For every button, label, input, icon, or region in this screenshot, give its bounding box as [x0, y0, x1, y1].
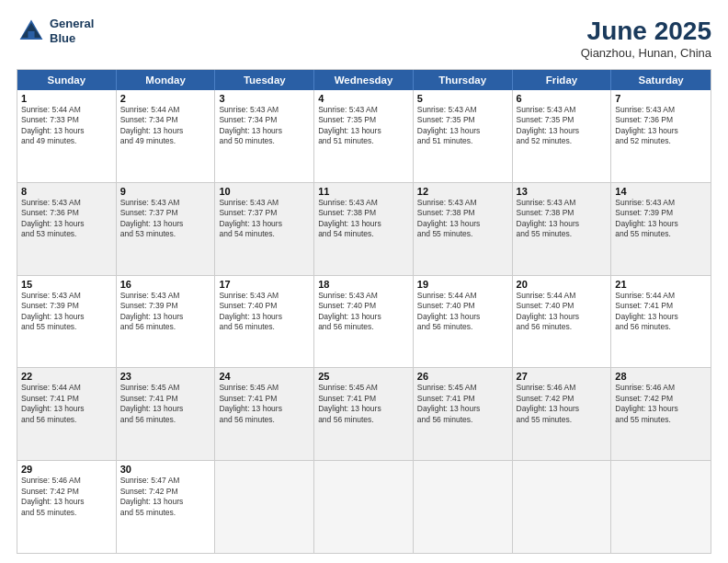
calendar-week-1: 8Sunrise: 5:43 AM Sunset: 7:36 PM Daylig… — [17, 182, 711, 275]
calendar-day-20: 20Sunrise: 5:44 AM Sunset: 7:40 PM Dayli… — [513, 276, 612, 368]
calendar-day-10: 10Sunrise: 5:43 AM Sunset: 7:37 PM Dayli… — [215, 183, 314, 275]
day-number: 5 — [417, 93, 508, 104]
day-number: 23 — [120, 371, 211, 382]
calendar-day-30: 30Sunrise: 5:47 AM Sunset: 7:42 PM Dayli… — [117, 461, 216, 553]
day-info: Sunrise: 5:43 AM Sunset: 7:36 PM Dayligh… — [21, 198, 112, 240]
logo-icon — [17, 17, 46, 46]
calendar-day-29: 29Sunrise: 5:46 AM Sunset: 7:42 PM Dayli… — [17, 461, 117, 553]
day-info: Sunrise: 5:43 AM Sunset: 7:39 PM Dayligh… — [615, 198, 707, 240]
header-day-friday: Friday — [513, 70, 612, 90]
calendar-day-17: 17Sunrise: 5:43 AM Sunset: 7:40 PM Dayli… — [215, 276, 314, 368]
calendar-empty — [611, 461, 711, 553]
day-info: Sunrise: 5:45 AM Sunset: 7:41 PM Dayligh… — [219, 383, 310, 425]
calendar-week-2: 15Sunrise: 5:43 AM Sunset: 7:39 PM Dayli… — [17, 275, 711, 368]
calendar-week-0: 1Sunrise: 5:44 AM Sunset: 7:33 PM Daylig… — [17, 90, 711, 182]
month-title: June 2025 — [581, 17, 711, 46]
day-info: Sunrise: 5:46 AM Sunset: 7:42 PM Dayligh… — [21, 476, 112, 518]
calendar-day-19: 19Sunrise: 5:44 AM Sunset: 7:40 PM Dayli… — [414, 276, 513, 368]
calendar-day-22: 22Sunrise: 5:44 AM Sunset: 7:41 PM Dayli… — [17, 368, 117, 460]
day-info: Sunrise: 5:43 AM Sunset: 7:37 PM Dayligh… — [219, 198, 310, 240]
logo-text: General Blue — [50, 17, 94, 45]
day-info: Sunrise: 5:43 AM Sunset: 7:35 PM Dayligh… — [517, 105, 608, 147]
calendar-day-7: 7Sunrise: 5:43 AM Sunset: 7:36 PM Daylig… — [611, 90, 711, 182]
day-number: 14 — [615, 186, 707, 197]
day-info: Sunrise: 5:44 AM Sunset: 7:40 PM Dayligh… — [417, 291, 508, 333]
calendar-day-13: 13Sunrise: 5:43 AM Sunset: 7:38 PM Dayli… — [513, 183, 612, 275]
calendar-day-16: 16Sunrise: 5:43 AM Sunset: 7:39 PM Dayli… — [117, 276, 216, 368]
day-info: Sunrise: 5:47 AM Sunset: 7:42 PM Dayligh… — [120, 476, 211, 518]
calendar-empty — [314, 461, 414, 553]
day-info: Sunrise: 5:43 AM Sunset: 7:35 PM Dayligh… — [318, 105, 409, 147]
calendar-day-26: 26Sunrise: 5:45 AM Sunset: 7:41 PM Dayli… — [414, 368, 513, 460]
day-number: 6 — [517, 93, 608, 104]
header-day-thursday: Thursday — [414, 70, 513, 90]
calendar-day-11: 11Sunrise: 5:43 AM Sunset: 7:38 PM Dayli… — [314, 183, 414, 275]
day-number: 13 — [517, 186, 608, 197]
calendar-empty — [215, 461, 314, 553]
calendar-day-14: 14Sunrise: 5:43 AM Sunset: 7:39 PM Dayli… — [611, 183, 711, 275]
calendar-day-21: 21Sunrise: 5:44 AM Sunset: 7:41 PM Dayli… — [611, 276, 711, 368]
logo-line2: Blue — [50, 31, 75, 45]
day-info: Sunrise: 5:44 AM Sunset: 7:34 PM Dayligh… — [120, 105, 211, 147]
calendar-week-4: 29Sunrise: 5:46 AM Sunset: 7:42 PM Dayli… — [17, 460, 711, 553]
day-number: 4 — [318, 93, 409, 104]
day-number: 16 — [120, 279, 211, 290]
day-info: Sunrise: 5:44 AM Sunset: 7:41 PM Dayligh… — [21, 383, 112, 425]
calendar-day-24: 24Sunrise: 5:45 AM Sunset: 7:41 PM Dayli… — [215, 368, 314, 460]
day-info: Sunrise: 5:43 AM Sunset: 7:39 PM Dayligh… — [120, 291, 211, 333]
day-number: 22 — [21, 371, 112, 382]
day-number: 7 — [615, 93, 707, 104]
calendar: SundayMondayTuesdayWednesdayThursdayFrid… — [17, 69, 711, 554]
day-info: Sunrise: 5:44 AM Sunset: 7:41 PM Dayligh… — [615, 291, 707, 333]
day-number: 19 — [417, 279, 508, 290]
day-number: 11 — [318, 186, 409, 197]
header-day-saturday: Saturday — [611, 70, 711, 90]
calendar-empty — [414, 461, 513, 553]
calendar-day-15: 15Sunrise: 5:43 AM Sunset: 7:39 PM Dayli… — [17, 276, 117, 368]
day-number: 12 — [417, 186, 508, 197]
day-number: 24 — [219, 371, 310, 382]
day-number: 8 — [21, 186, 112, 197]
day-info: Sunrise: 5:44 AM Sunset: 7:33 PM Dayligh… — [21, 105, 112, 147]
day-info: Sunrise: 5:43 AM Sunset: 7:40 PM Dayligh… — [318, 291, 409, 333]
day-number: 21 — [615, 279, 707, 290]
day-info: Sunrise: 5:43 AM Sunset: 7:39 PM Dayligh… — [21, 291, 112, 333]
calendar-header: SundayMondayTuesdayWednesdayThursdayFrid… — [17, 70, 711, 90]
location-title: Qianzhou, Hunan, China — [581, 46, 711, 60]
calendar-day-12: 12Sunrise: 5:43 AM Sunset: 7:38 PM Dayli… — [414, 183, 513, 275]
calendar-day-25: 25Sunrise: 5:45 AM Sunset: 7:41 PM Dayli… — [314, 368, 414, 460]
calendar-day-27: 27Sunrise: 5:46 AM Sunset: 7:42 PM Dayli… — [513, 368, 612, 460]
page: General Blue June 2025 Qianzhou, Hunan, … — [0, 0, 728, 563]
day-number: 26 — [417, 371, 508, 382]
day-info: Sunrise: 5:43 AM Sunset: 7:36 PM Dayligh… — [615, 105, 707, 147]
day-number: 2 — [120, 93, 211, 104]
day-info: Sunrise: 5:43 AM Sunset: 7:38 PM Dayligh… — [318, 198, 409, 240]
calendar-day-4: 4Sunrise: 5:43 AM Sunset: 7:35 PM Daylig… — [314, 90, 414, 182]
day-number: 3 — [219, 93, 310, 104]
day-info: Sunrise: 5:45 AM Sunset: 7:41 PM Dayligh… — [318, 383, 409, 425]
header-day-sunday: Sunday — [17, 70, 117, 90]
header: General Blue June 2025 Qianzhou, Hunan, … — [17, 17, 711, 60]
calendar-day-5: 5Sunrise: 5:43 AM Sunset: 7:35 PM Daylig… — [414, 90, 513, 182]
day-info: Sunrise: 5:43 AM Sunset: 7:37 PM Dayligh… — [120, 198, 211, 240]
day-number: 28 — [615, 371, 707, 382]
calendar-week-3: 22Sunrise: 5:44 AM Sunset: 7:41 PM Dayli… — [17, 367, 711, 460]
day-info: Sunrise: 5:43 AM Sunset: 7:35 PM Dayligh… — [417, 105, 508, 147]
calendar-day-18: 18Sunrise: 5:43 AM Sunset: 7:40 PM Dayli… — [314, 276, 414, 368]
logo: General Blue — [17, 17, 94, 46]
day-info: Sunrise: 5:43 AM Sunset: 7:34 PM Dayligh… — [219, 105, 310, 147]
calendar-day-28: 28Sunrise: 5:46 AM Sunset: 7:42 PM Dayli… — [611, 368, 711, 460]
title-block: June 2025 Qianzhou, Hunan, China — [581, 17, 711, 60]
calendar-day-3: 3Sunrise: 5:43 AM Sunset: 7:34 PM Daylig… — [215, 90, 314, 182]
day-number: 20 — [517, 279, 608, 290]
day-number: 27 — [517, 371, 608, 382]
header-day-wednesday: Wednesday — [314, 70, 414, 90]
day-number: 1 — [21, 93, 112, 104]
calendar-day-8: 8Sunrise: 5:43 AM Sunset: 7:36 PM Daylig… — [17, 183, 117, 275]
day-number: 10 — [219, 186, 310, 197]
calendar-day-2: 2Sunrise: 5:44 AM Sunset: 7:34 PM Daylig… — [117, 90, 216, 182]
logo-line1: General — [50, 17, 94, 30]
day-info: Sunrise: 5:45 AM Sunset: 7:41 PM Dayligh… — [417, 383, 508, 425]
calendar-day-6: 6Sunrise: 5:43 AM Sunset: 7:35 PM Daylig… — [513, 90, 612, 182]
calendar-day-9: 9Sunrise: 5:43 AM Sunset: 7:37 PM Daylig… — [117, 183, 216, 275]
